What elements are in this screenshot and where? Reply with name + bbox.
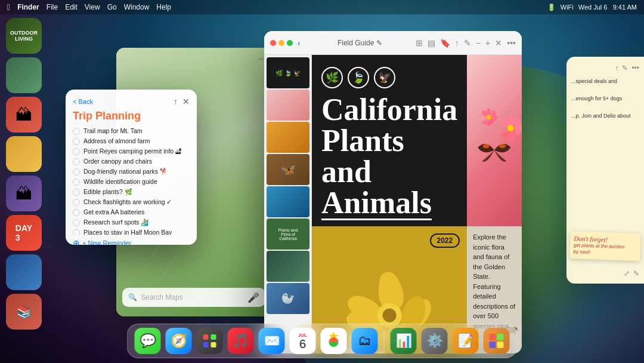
window-maximize-dot[interactable]: [287, 40, 293, 46]
fg-thumb-3[interactable]: 🦋: [267, 154, 309, 185]
menubar-finder[interactable]: Finder: [17, 3, 39, 11]
apple-menu[interactable]: : [7, 2, 10, 12]
sidebar-app-4[interactable]: [6, 136, 42, 172]
sidebar-app-day3[interactable]: DAY3: [6, 215, 42, 251]
menubar-go[interactable]: Go: [107, 3, 117, 11]
toolbar-share-icon[interactable]: ↑: [455, 38, 459, 48]
toolbar-back-icon[interactable]: ‹: [298, 38, 301, 48]
svg-rect-41: [211, 334, 216, 340]
sidebar-app-photos[interactable]: 🏔: [6, 97, 42, 133]
notes-annotate-icon[interactable]: ✎: [622, 64, 628, 72]
reminder-item-10[interactable]: Places to stay in Half Moon Bay: [73, 229, 190, 235]
reminder-item-1[interactable]: Address of almond farm: [73, 137, 190, 145]
window-minimize-dot[interactable]: [278, 40, 284, 46]
reminder-checkbox-4[interactable]: [73, 168, 80, 176]
toolbar-close-icon[interactable]: ✕: [495, 38, 502, 48]
dock-numbers[interactable]: 📊: [391, 328, 417, 354]
sidebar-app-8[interactable]: 📚: [6, 294, 42, 330]
window-controls: [270, 40, 293, 46]
fg-thumb-5[interactable]: Plants andFlora ofCalifornia: [267, 219, 309, 250]
toolbar-annotate-icon[interactable]: ✎: [464, 38, 471, 48]
reminder-checkbox-7[interactable]: [73, 199, 80, 206]
reminder-item-8[interactable]: Get extra AA batteries: [73, 208, 190, 216]
reminder-text-8: Get extra AA batteries: [83, 208, 144, 216]
reminder-checkbox-0[interactable]: [73, 128, 80, 135]
reminder-checkbox-8[interactable]: [73, 209, 80, 216]
dock-messages[interactable]: 💬: [135, 328, 161, 354]
reminder-item-2[interactable]: Point Reyes camping permit info 🏕: [73, 147, 190, 155]
reminder-checkbox-3[interactable]: [73, 158, 80, 165]
dock: 💬 🧭 🎵 ✉️ JUL 6 🗂: [127, 324, 518, 358]
toolbar-bookmark-icon[interactable]: 🔖: [440, 38, 450, 48]
dock-launchpad[interactable]: [197, 328, 223, 354]
fg-thumb-7[interactable]: 🦭: [267, 283, 309, 314]
sidebar-icons: OUTDOORLIVING 🏔 🏔 DAY3 📚: [6, 18, 42, 330]
new-reminder-button[interactable]: ⊕ + New Reminder: [73, 238, 190, 245]
dock-system-prefs[interactable]: ⚙️: [422, 328, 448, 354]
dock-divider: [384, 330, 385, 352]
reminder-item-3[interactable]: Order canopy and chairs: [73, 158, 190, 165]
dock-music[interactable]: 🎵: [228, 328, 254, 354]
reminder-checkbox-9[interactable]: [73, 219, 80, 226]
dock-photos[interactable]: [321, 328, 347, 354]
reminder-checkbox-10[interactable]: [73, 229, 80, 235]
reminder-item-0[interactable]: Trail map for Mt. Tam: [73, 127, 190, 135]
reminder-item-7[interactable]: Check flashlights are working ✓: [73, 198, 190, 206]
fg-thumb-1[interactable]: [267, 90, 309, 121]
fg-more-button[interactable]: •••: [507, 38, 516, 48]
dock-mail[interactable]: ✉️: [259, 328, 285, 354]
window-close-dot[interactable]: [270, 40, 276, 46]
menubar-view[interactable]: View: [85, 3, 100, 11]
toolbar-grid-icon[interactable]: ⊞: [416, 38, 423, 48]
reminder-text-9: Research surf spots 🏄: [83, 219, 148, 226]
fg-toolbar: ‹ Field Guide ✎ ⊞ ▤ 🔖 ↑ ✎ − + ✕ •••: [264, 31, 522, 55]
sidebar-app-7[interactable]: [6, 254, 42, 290]
reminder-item-6[interactable]: Edible plants? 🌿: [73, 188, 190, 196]
menubar-window[interactable]: Window: [124, 3, 150, 11]
reminder-checkbox-6[interactable]: [73, 189, 80, 196]
menubar-help[interactable]: Help: [156, 3, 171, 11]
notes-toolbar: ↑ ✎ •••: [571, 64, 639, 72]
photos-icon: [323, 330, 345, 352]
toolbar-plus-icon[interactable]: +: [485, 38, 490, 48]
dock-safari[interactable]: 🧭: [166, 328, 192, 354]
toolbar-columns-icon[interactable]: ▤: [428, 38, 435, 48]
sidebar-app-outdoor[interactable]: OUTDOORLIVING: [6, 18, 42, 54]
notes-expand-icon[interactable]: ⤢: [624, 269, 630, 278]
fg-thumb-0[interactable]: 🌿🍃🦅: [267, 57, 309, 88]
reminder-item-9[interactable]: Research surf spots 🏄: [73, 219, 190, 226]
reminders-back-button[interactable]: < Back: [73, 98, 93, 105]
notes-text: ...special deals and ...enough for 5+ do…: [571, 77, 639, 120]
reminder-checkbox-2[interactable]: [73, 148, 80, 155]
notes-more-icon[interactable]: •••: [631, 64, 639, 72]
notes-add-icon[interactable]: ✎: [633, 269, 639, 278]
fg-thumb-2[interactable]: [267, 122, 309, 153]
reminders-share-icon[interactable]: ↑: [174, 97, 178, 106]
fg-title-line2: Plants and: [321, 124, 404, 189]
reminder-checkbox-5[interactable]: [73, 179, 80, 186]
svg-rect-46: [490, 334, 496, 340]
reminder-item-4[interactable]: Dog-friendly national parks 🐕: [73, 168, 190, 176]
svg-point-28: [383, 309, 397, 322]
reminder-item-5[interactable]: Wildlife identification guide: [73, 178, 190, 186]
reminder-text-3: Order canopy and chairs: [83, 158, 152, 165]
fg-cover-icons: 🌿 🍃 🦅: [321, 67, 457, 88]
fg-thumb-6[interactable]: [267, 251, 309, 282]
dock-pages[interactable]: 📝: [453, 328, 479, 354]
dock-overflow[interactable]: [484, 328, 510, 354]
reminders-more-icon[interactable]: ✕: [182, 97, 190, 106]
svg-point-13: [492, 110, 496, 119]
map-mic-icon[interactable]: 🎤: [247, 292, 259, 303]
notes-share-icon[interactable]: ↑: [615, 64, 618, 72]
menubar-edit[interactable]: Edit: [65, 3, 78, 11]
toolbar-minus-icon[interactable]: −: [476, 38, 481, 48]
sidebar-app-2[interactable]: [6, 57, 42, 93]
sidebar-app-5[interactable]: 🏔: [6, 176, 42, 211]
dock-calendar[interactable]: JUL 6: [290, 328, 316, 354]
reminder-checkbox-1[interactable]: [73, 138, 80, 145]
fg-thumb-4[interactable]: [267, 186, 309, 217]
menubar-file[interactable]: File: [47, 3, 58, 11]
calendar-day: 6: [299, 338, 306, 350]
dock-finder[interactable]: 🗂: [352, 328, 378, 354]
map-search-bar[interactable]: 🔍 Search Maps 🎤: [122, 288, 265, 307]
